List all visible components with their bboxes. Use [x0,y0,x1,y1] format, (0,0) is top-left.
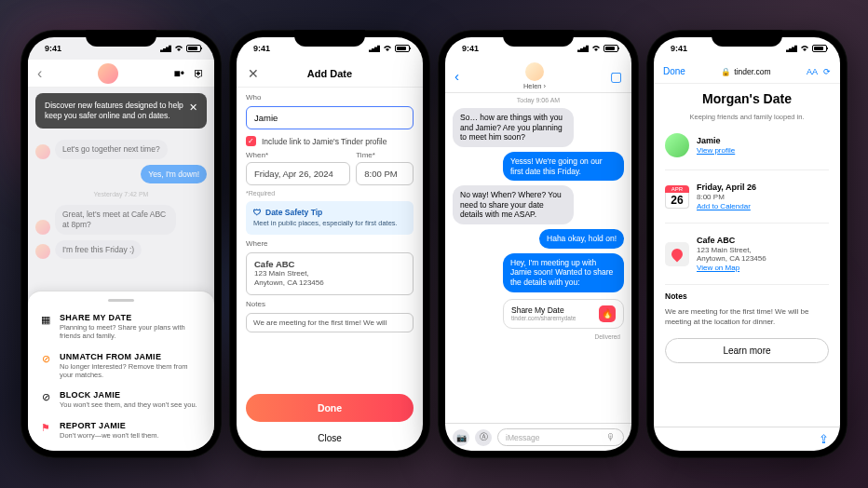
when-label: When* [246,151,350,159]
share-my-date-card[interactable]: Share My Date tinder.com/sharemydate 🔥 [503,299,624,329]
close-icon[interactable]: ✕ [189,101,197,121]
block-icon: ⊘ [39,391,52,403]
who-input[interactable]: Jamie [246,106,414,129]
wifi-icon [800,45,809,52]
chat-timestamp: Today 9:06 AM [453,97,624,103]
done-button[interactable]: Done [663,66,685,76]
avatar-icon [35,144,50,159]
message-out: Yesss! We're going on our first date thi… [503,152,624,181]
message-out: Hey, I'm meeting up with Jamie soon! Wan… [503,253,624,292]
battery-icon [604,45,618,52]
wifi-icon [591,45,601,52]
message-in: So… how are things with you and Jamie? A… [453,108,574,147]
sheet-handle[interactable] [108,299,134,302]
unmatch-icon: ⊘ [39,353,52,365]
battery-icon [812,45,827,52]
message-in: I'm free this Friday :) [55,240,142,260]
signal-icon [577,45,589,52]
close-icon[interactable]: ✕ [248,66,259,81]
view-map-link[interactable]: View on Map [697,264,766,272]
safari-toolbar: ⇪ [654,427,840,451]
contact-info[interactable]: Helen › [523,62,546,90]
time-input[interactable]: 8:00 PM [356,162,414,185]
view-profile-link[interactable]: View profile [697,146,735,155]
learn-more-button[interactable]: Learn more [665,338,829,363]
reload-icon[interactable]: ⟳ [823,67,831,76]
notes-content: We are meeting for the first time! We wi… [665,307,829,328]
menu-block[interactable]: ⊘ BLOCK JAMIEYou won't see them, and the… [28,385,214,414]
shared-date-page: Morgan's Date Keeping friends and family… [654,84,840,427]
message-in: Great, let's meet at Cafe ABC at 8pm? [55,205,176,234]
clock: 9:41 [253,44,270,53]
camera-icon[interactable]: 📷 [453,429,469,446]
phone-2: 9:41 ✕ Add Date Who Jamie ✓ Include link… [229,30,430,458]
url-bar[interactable]: 🔒tinder.com [721,67,770,76]
text-size-icon[interactable]: AA [807,67,818,76]
battery-icon [186,45,201,52]
signal-icon [786,45,797,52]
divider [665,284,829,285]
wifi-icon [174,45,183,52]
map-pin-icon [665,242,689,266]
calendar-icon: APR 26 [665,185,689,209]
message-out: Haha okay, hold on! [539,229,624,249]
avatar-icon [35,244,50,259]
video-icon[interactable]: ■• [174,67,184,80]
back-chevron-icon[interactable]: ‹ [454,68,459,84]
contact-avatar[interactable] [98,63,118,84]
message-in: Let's go together next time? [55,140,168,159]
back-chevron-icon[interactable]: ‹ [37,65,42,82]
required-note: *Required [246,190,414,197]
divider [665,169,829,170]
when-row: APR 26 Friday, April 26 8:00 PM Add to C… [665,177,829,216]
add-calendar-link[interactable]: Add to Calendar [697,202,756,210]
notes-input[interactable]: We are meeting for the first time! We wi… [246,313,414,332]
imessage-header: ‹ Helen › ▢ [445,60,631,93]
clock: 9:41 [671,44,687,53]
chat-messages: Let's go together next time? Yes, I'm do… [28,134,214,291]
calendar-icon: ▦ [39,314,52,326]
clock: 9:41 [462,44,479,53]
divider [665,223,829,224]
menu-unmatch[interactable]: ⊘ UNMATCH FROM JAMIENo longer interested… [28,346,214,386]
where-row: Cafe ABC 123 Main Street,Anytown, CA 123… [665,230,829,278]
signal-icon [160,45,171,52]
menu-report[interactable]: ⚑ REPORT JAMIEDon't worry—we won't tell … [28,415,214,445]
safety-tip: 🛡Date Safety Tip Meet in public places, … [246,201,414,235]
who-label: Who [246,93,414,102]
clock: 9:41 [45,44,61,53]
safari-header: Done 🔒tinder.com AA ⟳ [654,60,840,84]
menu-share-date[interactable]: ▦ SHARE MY DATEPlanning to meet? Share y… [28,307,214,346]
flag-icon: ⚑ [39,422,52,434]
mic-icon[interactable]: 🎙 [606,432,616,442]
message-input[interactable]: iMessage 🎙 [497,428,624,446]
action-sheet: ▦ SHARE MY DATEPlanning to meet? Share y… [28,291,214,451]
facetime-icon[interactable]: ▢ [610,69,622,84]
delivered-status: Delivered [453,333,624,340]
contact-avatar [525,62,544,81]
phone-1: 9:41 ‹ ■• ⛨ Discover new features design… [20,30,222,458]
avatar-icon [35,220,50,235]
notes-label: Notes [246,300,414,308]
tinder-flame-icon: 🔥 [599,305,616,322]
battery-icon [395,45,410,52]
checkbox-checked-icon: ✓ [246,136,256,146]
page-title: Morgan's Date [665,91,829,106]
time-label: Time* [356,151,414,159]
lock-icon: 🔒 [721,67,731,76]
close-button[interactable]: Close [246,427,414,445]
where-input[interactable]: Cafe ABC 123 Main Street,Anytown, CA 123… [246,252,414,295]
signal-icon [369,45,380,52]
shield-icon: 🛡 [253,208,262,217]
phone-4: 9:41 Done 🔒tinder.com AA ⟳ Morgan's Date… [646,30,848,458]
share-icon[interactable]: ⇪ [819,432,829,446]
shield-icon[interactable]: ⛨ [194,67,205,80]
done-button[interactable]: Done [246,394,414,422]
add-date-form: Who Jamie ✓ Include link to Jamie's Tind… [237,88,423,451]
when-input[interactable]: Friday, Apr 26, 2024 [246,162,350,185]
message-input-bar: 📷 Ⓐ iMessage 🎙 [445,423,631,451]
app-store-icon[interactable]: Ⓐ [475,429,492,446]
include-link-checkbox[interactable]: ✓ Include link to Jamie's Tinder profile [246,136,414,146]
page-subtitle: Keeping friends and family looped in. [665,113,829,121]
form-header: ✕ Add Date [237,60,423,88]
